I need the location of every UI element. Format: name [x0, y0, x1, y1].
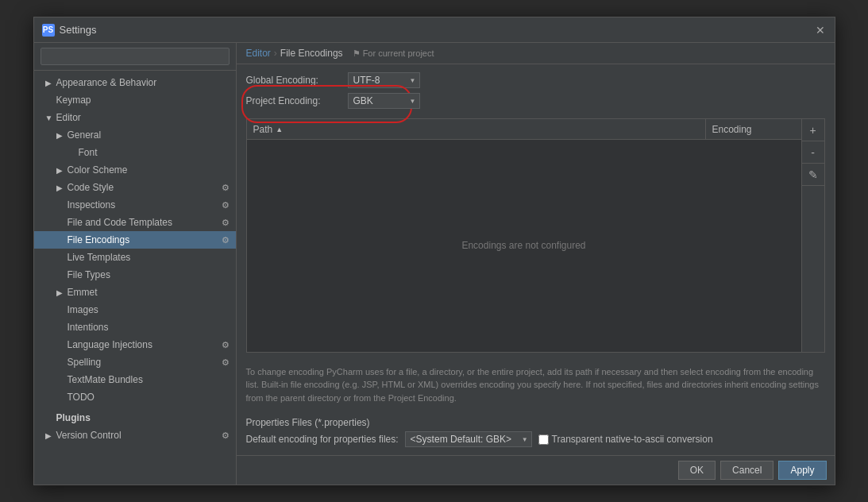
sidebar-tree: ▶ Appearance & Behavior Keymap ▼ Editor …	[34, 71, 236, 485]
breadcrumb-tag: ⚑ For current project	[353, 48, 434, 59]
arrow-icon: ▶	[56, 288, 68, 297]
arrow-icon: ▶	[56, 131, 68, 140]
project-encoding-label: Project Encoding:	[246, 95, 341, 106]
arrow-icon: ▶	[56, 183, 68, 192]
table-header-path[interactable]: Path ▲	[247, 119, 706, 139]
close-button[interactable]: ✕	[814, 24, 827, 37]
sidebar-item-version-control[interactable]: ▶ Version Control ⚙	[34, 427, 236, 444]
add-encoding-button[interactable]: +	[802, 119, 824, 141]
transparent-label-text: Transparent native-to-ascii conversion	[552, 434, 713, 445]
sidebar-item-editor[interactable]: ▼ Editor	[34, 109, 236, 126]
search-input[interactable]	[41, 48, 230, 65]
transparent-label: Transparent native-to-ascii conversion	[538, 434, 713, 445]
project-encoding-select-wrapper: GBK UTF-8 UTF-16 ISO-8859-1 GB2312	[348, 93, 420, 109]
settings-dialog: PS Settings ✕ ▶ Appearance & Behavior Ke…	[33, 17, 835, 485]
sidebar-item-label: Inspections	[68, 199, 116, 210]
sidebar-item-label: Appearance & Behavior	[56, 77, 157, 88]
remove-encoding-button[interactable]: -	[802, 141, 824, 164]
sidebar-item-live-templates[interactable]: Live Templates	[34, 249, 236, 266]
sidebar-item-spelling[interactable]: Spelling ⚙	[34, 353, 236, 371]
table-header-encoding: Encoding	[706, 119, 801, 139]
arrow-spacer	[56, 376, 68, 384]
settings-icon: ⚙	[222, 218, 230, 228]
sidebar-item-label: Plugins	[56, 412, 91, 423]
arrow-spacer	[56, 306, 68, 315]
dialog-title: Settings	[60, 24, 97, 36]
settings-icon: ⚙	[222, 183, 230, 193]
content-area: Global Encoding: UTF-8 UTF-16 ISO-8859-1…	[237, 64, 835, 455]
sidebar-item-general[interactable]: ▶ General	[34, 126, 236, 144]
empty-table-msg: Encodings are not configured	[461, 240, 585, 251]
sidebar-item-file-code-templates[interactable]: File and Code Templates ⚙	[34, 214, 236, 231]
sidebar-item-language-injections[interactable]: Language Injections ⚙	[34, 336, 236, 353]
sidebar-item-label: Live Templates	[68, 252, 131, 263]
breadcrumb-editor[interactable]: Editor	[246, 48, 271, 59]
arrow-spacer	[56, 358, 68, 367]
sidebar-item-font[interactable]: Font	[34, 144, 236, 161]
sidebar-item-intentions[interactable]: Intentions	[34, 319, 236, 336]
arrow-icon: ▶	[45, 79, 56, 87]
sidebar-item-file-types[interactable]: File Types	[34, 266, 236, 284]
sidebar-item-label: TODO	[68, 392, 95, 403]
settings-icon: ⚙	[222, 340, 230, 350]
sidebar-item-label: Images	[68, 304, 98, 315]
sidebar-item-label: File Types	[68, 269, 110, 280]
sidebar-item-emmet[interactable]: ▶ Emmet	[34, 284, 236, 301]
default-encoding-select[interactable]: <System Default: GBK> UTF-8 GBK	[405, 431, 532, 447]
sidebar-item-label: Spelling	[68, 357, 102, 368]
properties-label: Properties Files (*.properties)	[246, 417, 825, 428]
sidebar-item-keymap[interactable]: Keymap	[34, 91, 236, 109]
encoding-form: Global Encoding: UTF-8 UTF-16 ISO-8859-1…	[246, 72, 825, 109]
title-bar: PS Settings ✕	[34, 17, 835, 43]
sidebar: ▶ Appearance & Behavior Keymap ▼ Editor …	[34, 43, 237, 485]
project-encoding-select[interactable]: GBK UTF-8 UTF-16 ISO-8859-1 GB2312	[348, 93, 420, 109]
sidebar-item-images[interactable]: Images	[34, 301, 236, 319]
encoding-column-label: Encoding	[712, 124, 752, 135]
sidebar-item-inspections[interactable]: Inspections ⚙	[34, 196, 236, 214]
sidebar-item-label: General	[68, 129, 102, 141]
default-encoding-label: Default encoding for properties files:	[246, 434, 399, 445]
arrow-spacer	[56, 271, 68, 280]
arrow-spacer	[68, 149, 79, 157]
arrow-spacer	[56, 201, 68, 210]
arrow-spacer	[45, 414, 56, 423]
sidebar-item-textmate-bundles[interactable]: TextMate Bundles	[34, 371, 236, 388]
edit-encoding-button[interactable]: ✎	[802, 164, 824, 186]
sidebar-item-todo[interactable]: TODO	[34, 388, 236, 406]
transparent-checkbox[interactable]	[538, 434, 549, 445]
sidebar-item-label: Version Control	[56, 430, 122, 441]
info-text: To change encoding PyCharm uses for a fi…	[246, 359, 825, 411]
project-encoding-row: Project Encoding: GBK UTF-8 UTF-16 ISO-8…	[246, 93, 825, 109]
sidebar-item-label: Code Style	[68, 182, 114, 193]
search-box	[34, 43, 236, 71]
sidebar-item-label: Intentions	[68, 322, 109, 333]
table-body: Encodings are not configured	[247, 140, 801, 352]
arrow-spacer	[56, 341, 68, 349]
cancel-button[interactable]: Cancel	[720, 461, 773, 480]
settings-icon: ⚙	[222, 357, 230, 368]
arrow-icon: ▶	[45, 431, 56, 440]
bottom-bar: OK Cancel Apply	[237, 455, 835, 485]
sidebar-item-label: File and Code Templates	[68, 217, 173, 228]
arrow-spacer	[56, 393, 68, 402]
table-header: Path ▲ Encoding	[247, 119, 801, 140]
sidebar-item-file-encodings[interactable]: File Encodings ⚙	[34, 231, 236, 249]
title-bar-left: PS Settings	[42, 24, 97, 37]
settings-icon: ⚙	[222, 431, 230, 441]
sort-arrow: ▲	[276, 126, 283, 133]
breadcrumb: Editor › File Encodings ⚑ For current pr…	[237, 43, 835, 64]
apply-button[interactable]: Apply	[778, 461, 826, 480]
encoding-table: Path ▲ Encoding Encodings are not config…	[247, 119, 801, 352]
table-buttons: + - ✎	[801, 119, 824, 352]
arrow-spacer	[56, 236, 68, 245]
global-encoding-select[interactable]: UTF-8 UTF-16 ISO-8859-1 GBK GB2312	[348, 72, 420, 88]
sidebar-item-code-style[interactable]: ▶ Code Style ⚙	[34, 179, 236, 196]
ok-button[interactable]: OK	[678, 461, 716, 480]
global-encoding-row: Global Encoding: UTF-8 UTF-16 ISO-8859-1…	[246, 72, 825, 88]
sidebar-item-label: Language Injections	[68, 339, 152, 350]
sidebar-item-plugins[interactable]: Plugins	[34, 409, 236, 427]
arrow-icon: ▼	[45, 114, 56, 122]
sidebar-item-color-scheme[interactable]: ▶ Color Scheme	[34, 161, 236, 179]
breadcrumb-sep: ›	[274, 48, 277, 59]
sidebar-item-appearance[interactable]: ▶ Appearance & Behavior	[34, 74, 236, 91]
